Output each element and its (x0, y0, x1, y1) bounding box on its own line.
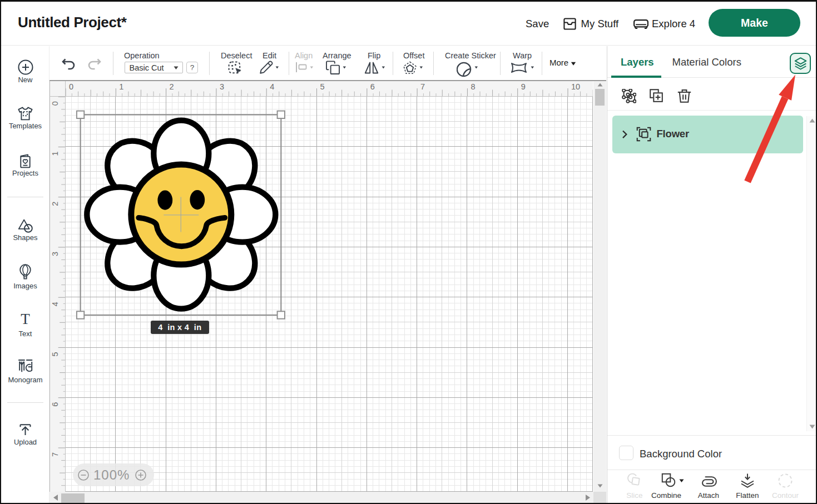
svg-text:4: 4 (51, 302, 60, 306)
svg-text:8: 8 (471, 82, 476, 91)
svg-text:2: 2 (51, 201, 60, 206)
svg-text:0: 0 (69, 82, 73, 91)
svg-text:7: 7 (51, 452, 60, 456)
svg-text:5: 5 (320, 82, 325, 91)
svg-text:2: 2 (170, 82, 174, 91)
svg-text:9: 9 (521, 82, 526, 91)
svg-text:T: T (21, 313, 30, 326)
svg-text:4: 4 (270, 82, 274, 91)
svg-text:1: 1 (51, 151, 60, 156)
svg-text:3: 3 (51, 251, 60, 256)
svg-text:10: 10 (571, 82, 580, 91)
svg-text:0: 0 (51, 101, 60, 106)
svg-text:3: 3 (220, 82, 224, 91)
svg-text:6: 6 (51, 402, 60, 406)
svg-text:1: 1 (119, 82, 123, 91)
svg-text:6: 6 (370, 82, 375, 91)
svg-text:7: 7 (420, 82, 425, 91)
svg-text:5: 5 (51, 352, 60, 356)
